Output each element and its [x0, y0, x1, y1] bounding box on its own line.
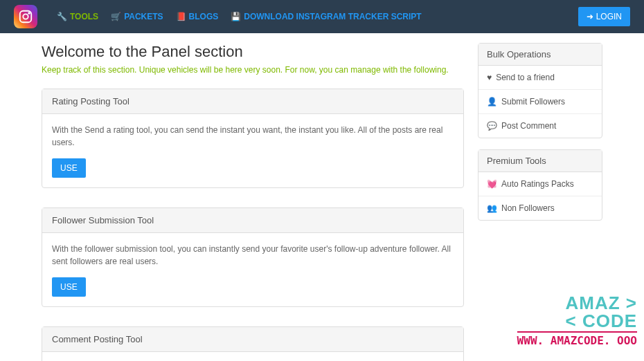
- nav-download[interactable]: 💾 DOWNLOAD INSTAGRAM TRACKER SCRIPT: [231, 12, 421, 21]
- navbar: 🔧 TOOLS 🛒 PACKETS 📕 BLOGS 💾 DOWNLOAD INS…: [0, 0, 644, 33]
- cart-icon: 🛒: [111, 12, 121, 21]
- main-column: Welcome to the Panel section Keep track …: [42, 43, 464, 361]
- nav-tools-label: TOOLS: [70, 12, 98, 21]
- nav-left: 🔧 TOOLS 🛒 PACKETS 📕 BLOGS 💾 DOWNLOAD INS…: [14, 5, 422, 28]
- card-follower-body: With the follower submission tool, you c…: [42, 233, 463, 306]
- card-rating-title: Rating Posting Tool: [42, 89, 463, 114]
- use-button-follower[interactable]: USE: [52, 277, 86, 297]
- card-rating-body: With the Send a rating tool, you can sen…: [42, 114, 463, 187]
- card-comment-title: Comment Posting Tool: [42, 327, 463, 352]
- login-icon: ➜: [587, 12, 593, 21]
- wrench-icon: 🔧: [57, 12, 67, 21]
- heart-beat-icon: 💓: [487, 179, 497, 189]
- card-rating-desc: With the Send a rating tool, you can sen…: [52, 124, 454, 149]
- nav-packets[interactable]: 🛒 PACKETS: [111, 12, 163, 21]
- nav-blogs[interactable]: 📕 BLOGS: [176, 12, 219, 21]
- heart-icon: ♥: [487, 73, 492, 82]
- bulk-card: Bulk Operations ♥ Send to a friend 👤 Sub…: [478, 43, 602, 138]
- container: Welcome to the Panel section Keep track …: [35, 33, 609, 361]
- premium-card: Premium Tools 💓 Auto Ratings Packs 👥 Non…: [478, 149, 602, 221]
- card-comment: Comment Posting Tool With the comment po…: [42, 326, 464, 361]
- users-icon: 👥: [487, 203, 497, 213]
- bulk-send-friend[interactable]: ♥ Send to a friend: [478, 66, 602, 90]
- book-icon: 📕: [176, 12, 186, 21]
- premium-auto-ratings[interactable]: 💓 Auto Ratings Packs: [478, 172, 602, 196]
- premium-non-followers-label: Non Followers: [501, 203, 555, 213]
- premium-non-followers[interactable]: 👥 Non Followers: [478, 196, 602, 220]
- card-follower: Follower Submission Tool With the follow…: [42, 207, 464, 307]
- nav-tools[interactable]: 🔧 TOOLS: [57, 12, 98, 21]
- nav-download-label: DOWNLOAD INSTAGRAM TRACKER SCRIPT: [244, 12, 421, 21]
- sidebar: Bulk Operations ♥ Send to a friend 👤 Sub…: [478, 43, 602, 361]
- bulk-title: Bulk Operations: [478, 44, 602, 66]
- comment-icon: 💬: [487, 121, 497, 131]
- page-subtitle: Keep track of this section. Unique vehic…: [42, 65, 464, 75]
- svg-point-1: [23, 14, 28, 19]
- card-rating: Rating Posting Tool With the Send a rati…: [42, 89, 464, 188]
- page-title: Welcome to the Panel section: [42, 43, 464, 61]
- bulk-submit-followers-label: Submit Followers: [501, 97, 565, 107]
- card-follower-desc: With the follower submission tool, you c…: [52, 243, 454, 268]
- card-follower-title: Follower Submission Tool: [42, 208, 463, 233]
- bulk-post-comment[interactable]: 💬 Post Comment: [478, 114, 602, 138]
- save-icon: 💾: [231, 12, 241, 21]
- premium-auto-ratings-label: Auto Ratings Packs: [501, 179, 574, 189]
- nav-blogs-label: BLOGS: [189, 12, 219, 21]
- bulk-submit-followers[interactable]: 👤 Submit Followers: [478, 90, 602, 114]
- bulk-send-friend-label: Send to a friend: [496, 73, 555, 82]
- nav-packets-label: PACKETS: [124, 12, 163, 21]
- login-button[interactable]: ➜ LOGIN: [578, 7, 630, 26]
- premium-title: Premium Tools: [478, 150, 602, 172]
- instagram-logo[interactable]: [14, 5, 37, 28]
- user-plus-icon: 👤: [487, 97, 497, 107]
- svg-point-2: [28, 12, 30, 14]
- bulk-post-comment-label: Post Comment: [501, 121, 556, 131]
- card-comment-body: With the comment posting tool, you can i…: [42, 352, 463, 361]
- login-label: LOGIN: [596, 12, 622, 21]
- use-button-rating[interactable]: USE: [52, 158, 86, 178]
